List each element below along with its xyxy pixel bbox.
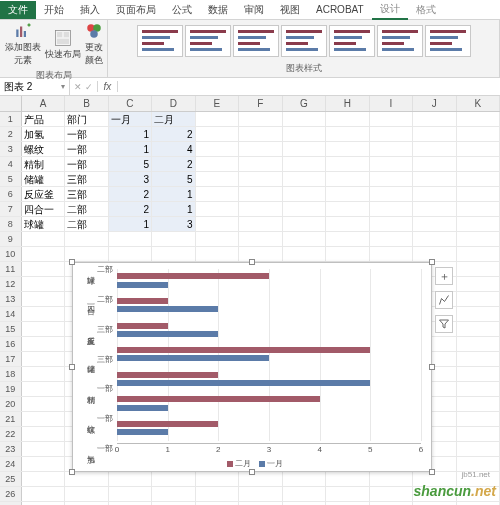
resize-handle[interactable] [249, 469, 255, 475]
cell[interactable]: 螺纹 [22, 142, 65, 156]
change-colors-button[interactable]: 更改 颜色 [85, 22, 103, 67]
cell[interactable] [457, 202, 500, 216]
cell[interactable] [457, 382, 500, 396]
chart-plot-area[interactable] [117, 269, 421, 441]
col-header[interactable]: F [239, 96, 282, 111]
cell[interactable] [457, 142, 500, 156]
cell[interactable] [196, 142, 239, 156]
cell[interactable] [413, 157, 456, 171]
cell[interactable] [109, 232, 152, 246]
cell[interactable] [326, 172, 369, 186]
cell[interactable] [196, 247, 239, 261]
cell[interactable] [283, 217, 326, 231]
cell[interactable] [413, 142, 456, 156]
cell[interactable] [370, 112, 413, 126]
chart-elements-button[interactable]: ＋ [435, 267, 453, 285]
cell[interactable] [196, 172, 239, 186]
cell[interactable] [457, 277, 500, 291]
cell[interactable] [196, 127, 239, 141]
cell[interactable] [413, 232, 456, 246]
name-box[interactable]: 图表 2 ▾ [0, 79, 70, 95]
cell[interactable] [326, 202, 369, 216]
cell[interactable]: 储罐 [22, 172, 65, 186]
cell[interactable]: 5 [152, 172, 195, 186]
row-header[interactable]: 4 [0, 157, 22, 171]
row-header[interactable]: 1 [0, 112, 22, 126]
col-header[interactable]: D [152, 96, 195, 111]
cell[interactable] [457, 337, 500, 351]
cell[interactable] [22, 487, 65, 501]
cell[interactable] [370, 187, 413, 201]
cell[interactable]: 2 [152, 157, 195, 171]
cell[interactable]: 1 [109, 142, 152, 156]
cell[interactable] [370, 172, 413, 186]
cell[interactable] [239, 202, 282, 216]
cell[interactable] [457, 367, 500, 381]
cell[interactable] [457, 247, 500, 261]
row-header[interactable]: 19 [0, 382, 22, 396]
chart-bar[interactable] [117, 282, 168, 288]
cell[interactable]: 三部 [65, 172, 108, 186]
cell[interactable] [457, 187, 500, 201]
cell[interactable]: 2 [109, 202, 152, 216]
row-header[interactable]: 24 [0, 457, 22, 471]
cell[interactable]: 一部 [65, 142, 108, 156]
col-header[interactable]: J [413, 96, 456, 111]
cell[interactable] [457, 112, 500, 126]
row-header[interactable]: 7 [0, 202, 22, 216]
cell[interactable] [239, 127, 282, 141]
cell[interactable] [22, 232, 65, 246]
cell[interactable] [370, 142, 413, 156]
cell[interactable]: 产品 [22, 112, 65, 126]
cell[interactable] [22, 337, 65, 351]
cell[interactable] [239, 172, 282, 186]
cell[interactable] [283, 232, 326, 246]
cell[interactable] [152, 247, 195, 261]
chart-bar[interactable] [117, 331, 218, 337]
col-header[interactable]: I [370, 96, 413, 111]
cell[interactable] [457, 127, 500, 141]
col-header[interactable]: K [457, 96, 500, 111]
tab-home[interactable]: 开始 [36, 1, 72, 19]
cell[interactable]: 二部 [65, 202, 108, 216]
cell[interactable]: 1 [152, 187, 195, 201]
tab-acrobat[interactable]: ACROBAT [308, 2, 372, 17]
tab-data[interactable]: 数据 [200, 1, 236, 19]
cell[interactable] [196, 472, 239, 486]
row-header[interactable]: 3 [0, 142, 22, 156]
cell[interactable] [413, 112, 456, 126]
cell[interactable] [22, 322, 65, 336]
chart-style-2[interactable] [185, 25, 231, 57]
cell[interactable] [326, 247, 369, 261]
cell[interactable] [283, 472, 326, 486]
cell[interactable]: 四合一 [22, 202, 65, 216]
cell[interactable] [370, 202, 413, 216]
cell[interactable] [370, 157, 413, 171]
chart-style-3[interactable] [233, 25, 279, 57]
cell[interactable] [370, 232, 413, 246]
row-header[interactable]: 23 [0, 442, 22, 456]
cell[interactable] [239, 247, 282, 261]
cell[interactable]: 1 [109, 217, 152, 231]
select-all-corner[interactable] [0, 96, 22, 111]
cell[interactable] [239, 187, 282, 201]
cell[interactable] [239, 142, 282, 156]
cell[interactable] [239, 232, 282, 246]
cell[interactable] [239, 217, 282, 231]
resize-handle[interactable] [69, 259, 75, 265]
cell[interactable] [283, 172, 326, 186]
chart-style-5[interactable] [329, 25, 375, 57]
cell[interactable] [283, 112, 326, 126]
cell[interactable] [413, 202, 456, 216]
chart-style-1[interactable] [137, 25, 183, 57]
chart-bar[interactable] [117, 347, 370, 353]
cell[interactable] [283, 157, 326, 171]
cell[interactable]: 精制 [22, 157, 65, 171]
chart-bar[interactable] [117, 380, 370, 386]
col-header[interactable]: E [196, 96, 239, 111]
row-header[interactable]: 15 [0, 322, 22, 336]
cell[interactable] [413, 217, 456, 231]
cell[interactable] [326, 142, 369, 156]
cell[interactable] [196, 202, 239, 216]
row-header[interactable]: 13 [0, 292, 22, 306]
